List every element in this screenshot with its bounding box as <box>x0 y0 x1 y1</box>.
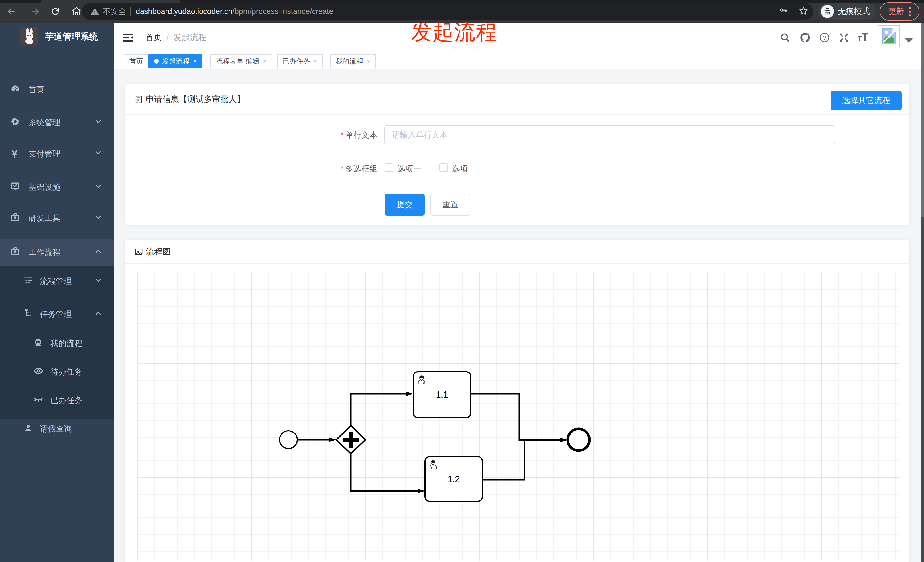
flow-task1-to-end <box>471 394 560 440</box>
sidebar-item-home[interactable]: 首页 <box>0 75 114 104</box>
svg-text:?: ? <box>823 34 826 41</box>
breadcrumb-separator: / <box>166 33 169 42</box>
user-task-1-1[interactable]: 1.1 <box>413 372 471 418</box>
active-dot <box>154 59 159 64</box>
checkbox-option-1[interactable] <box>385 163 393 172</box>
sidebar-item-payment[interactable]: ¥ 支付管理 <box>0 139 114 168</box>
breadcrumb-current: 发起流程 <box>173 32 206 43</box>
annotation-start-process: 发起流程 <box>411 18 498 47</box>
sidebar-item-workflow[interactable]: 工作流程 <box>0 238 114 266</box>
incognito-label: 无痕模式 <box>838 6 870 17</box>
security-label[interactable]: 不安全 <box>103 6 126 16</box>
user-icon <box>24 424 33 435</box>
sidebar-item-infrastructure[interactable]: 基础设施 <box>0 173 114 201</box>
github-icon[interactable] <box>796 23 814 52</box>
sidebar-item-devtools[interactable]: 研发工具 <box>0 204 114 232</box>
app-header: 首页 / 发起流程 ? TT <box>114 23 924 52</box>
sidebar-logo-row[interactable]: 芋道管理系统 <box>0 23 114 60</box>
tab-start-process[interactable]: 发起流程 × <box>148 54 202 68</box>
window-scrollbar[interactable] <box>921 23 924 562</box>
checkbox-label-1[interactable]: 选项一 <box>397 163 421 174</box>
single-line-text-input[interactable] <box>384 125 835 144</box>
checkbox-option-2[interactable] <box>440 163 448 172</box>
browser-update-button[interactable]: 更新 <box>879 2 920 21</box>
end-event[interactable] <box>568 429 590 451</box>
fullscreen-icon[interactable] <box>836 23 852 52</box>
checkbox-label-2[interactable]: 选项二 <box>452 163 476 174</box>
choose-other-process-button[interactable]: 选择其它流程 <box>831 91 902 110</box>
flow-task2-to-merge <box>482 440 524 480</box>
required-asterisk: * <box>340 164 344 173</box>
list-icon <box>24 276 33 287</box>
reset-button[interactable]: 重置 <box>430 193 470 216</box>
star-icon[interactable] <box>798 6 808 17</box>
parallel-gateway[interactable] <box>336 426 365 454</box>
yen-icon: ¥ <box>11 148 18 160</box>
diagram-card-title: 流程图 <box>146 246 171 258</box>
sidebar-item-label: 首页 <box>28 84 45 95</box>
tab-label: 已办任务 <box>283 57 310 66</box>
sidebar-item-label: 工作流程 <box>28 247 60 258</box>
submit-button[interactable]: 提交 <box>385 193 424 216</box>
close-icon[interactable]: × <box>193 58 196 65</box>
sidebar-item-label: 已办任务 <box>51 395 82 406</box>
sidebar-item-task-mgmt[interactable]: 任务管理 <box>0 300 114 328</box>
sidebar-item-label: 流程管理 <box>40 276 72 287</box>
sidebar-item-label: 研发工具 <box>28 213 60 224</box>
chevron-down-icon <box>94 276 103 287</box>
face-icon <box>34 338 43 349</box>
bpmn-canvas[interactable]: 1.1 1.2 <box>137 272 899 561</box>
flow-gateway-to-task2 <box>351 454 417 491</box>
caret-down-icon[interactable] <box>905 39 913 43</box>
task-label: 1.2 <box>447 474 460 484</box>
dashboard-icon <box>10 84 20 96</box>
incognito-icon <box>821 5 834 18</box>
reload-icon[interactable] <box>47 0 63 23</box>
scrollbar-thumb[interactable] <box>921 23 924 217</box>
warning-icon[interactable] <box>90 7 99 16</box>
task-label: 1.1 <box>436 390 448 400</box>
tree-icon <box>24 309 33 320</box>
bpmn-diagram: 1.1 1.2 <box>137 272 899 561</box>
kebab-menu-icon[interactable] <box>909 7 911 16</box>
tab-home[interactable]: 首页 <box>124 54 149 68</box>
forward-icon[interactable] <box>27 0 44 23</box>
sidebar-item-process-mgmt[interactable]: 流程管理 <box>0 267 114 295</box>
close-icon[interactable]: × <box>314 58 317 65</box>
document-icon <box>135 95 143 104</box>
close-icon[interactable]: × <box>263 58 267 65</box>
avatar[interactable] <box>878 25 900 47</box>
sidebar-item-leave-query[interactable]: 请假查询 <box>0 415 114 443</box>
key-icon[interactable] <box>779 6 789 17</box>
user-task-1-2[interactable]: 1.2 <box>425 457 482 501</box>
sidebar-item-my-process[interactable]: 我的流程 <box>0 329 114 358</box>
help-icon[interactable]: ? <box>816 23 833 52</box>
main-content: 申请信息【测试多审批人】 选择其它流程 *单行文本 *多选框组 选项一 选项二 … <box>114 69 921 562</box>
page-url[interactable]: dashboard.yudao.iocoder.cn/bpm/process-i… <box>136 7 333 16</box>
font-size-icon[interactable]: TT <box>855 23 872 52</box>
omnibox-divider <box>130 6 130 16</box>
field-label-checkbox-group: *多选框组 <box>340 163 377 174</box>
address-bar[interactable]: 不安全 dashboard.yudao.iocoder.cn/bpm/proce… <box>82 3 813 20</box>
close-icon[interactable]: × <box>366 58 370 65</box>
search-icon[interactable] <box>777 23 794 52</box>
sidebar-collapse-icon[interactable] <box>120 23 137 52</box>
tab-done-tasks[interactable]: 已办任务 × <box>277 54 323 68</box>
card-divider <box>125 263 909 264</box>
sidebar-item-done-tasks[interactable]: 已办任务 <box>0 386 114 415</box>
breadcrumb-home[interactable]: 首页 <box>146 32 162 43</box>
sidebar-item-system[interactable]: 系统管理 <box>0 108 114 137</box>
required-asterisk: * <box>340 130 344 139</box>
chevron-up-icon <box>94 247 103 258</box>
chevron-up-icon <box>94 309 103 320</box>
sidebar-item-todo-tasks[interactable]: 待办任务 <box>0 358 114 386</box>
tab-process-form-edit[interactable]: 流程表单-编辑 × <box>210 54 272 68</box>
card-title-row: 申请信息【测试多审批人】 <box>135 91 245 108</box>
sidebar-item-label: 系统管理 <box>28 117 60 128</box>
tab-label: 我的流程 <box>336 57 363 66</box>
flow-gateway-to-task1 <box>351 394 406 426</box>
monitor-icon <box>10 181 20 193</box>
back-icon[interactable] <box>3 0 20 23</box>
start-event[interactable] <box>280 431 297 448</box>
tab-my-process[interactable]: 我的流程 × <box>330 54 376 68</box>
